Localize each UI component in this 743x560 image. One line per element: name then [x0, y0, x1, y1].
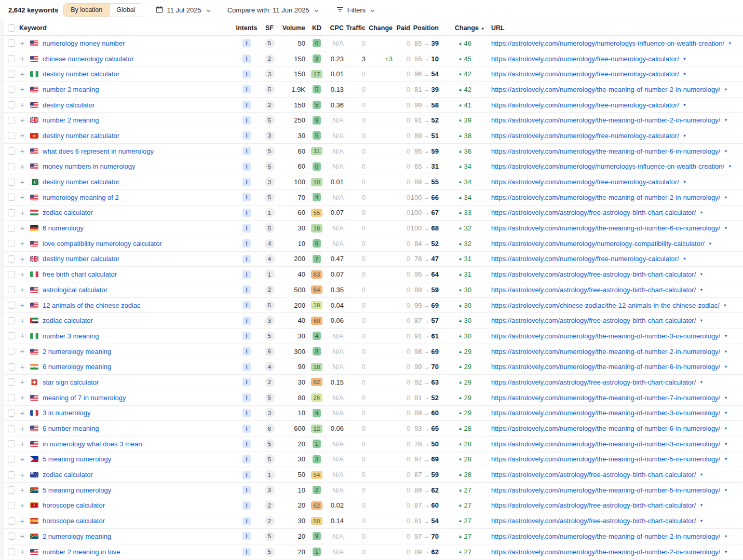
column-header-keyword[interactable]: Keyword — [16, 24, 235, 32]
intent-badge[interactable]: I — [242, 409, 251, 417]
keyword-link[interactable]: 5 meaning numerology — [43, 455, 235, 463]
row-checkbox[interactable] — [8, 286, 15, 293]
url-dropdown-icon[interactable]: ▼ — [708, 241, 712, 246]
keyword-link[interactable]: 6 numerology meaning — [43, 363, 235, 371]
keyword-link[interactable]: 6 number meaning — [43, 425, 235, 432]
add-icon[interactable]: + — [16, 317, 29, 324]
url-link[interactable]: https://astrolovely.com/astrology/free-a… — [491, 471, 696, 479]
url-link[interactable]: https://astrolovely.com/numerology/the-m… — [491, 425, 720, 432]
row-checkbox[interactable] — [8, 317, 15, 324]
intent-badge[interactable]: I — [242, 85, 251, 93]
keyword-link[interactable]: free birth chart calculator — [43, 270, 235, 278]
intent-badge[interactable]: I — [242, 517, 251, 525]
url-dropdown-icon[interactable]: ▼ — [724, 149, 727, 154]
intent-badge[interactable]: I — [242, 363, 251, 371]
url-dropdown-icon[interactable]: ▼ — [724, 195, 727, 200]
url-link[interactable]: https://astrolovely.com/numerology/the-m… — [491, 363, 720, 371]
add-icon[interactable]: + — [16, 39, 29, 47]
add-icon[interactable]: + — [16, 286, 29, 293]
add-icon[interactable]: + — [16, 209, 29, 216]
url-dropdown-icon[interactable]: ▼ — [699, 288, 703, 292]
row-checkbox[interactable] — [8, 225, 15, 232]
intent-badge[interactable]: I — [242, 440, 251, 448]
intent-badge[interactable]: I — [242, 393, 251, 402]
url-link[interactable]: https://astrolovely.com/numerology/free-… — [491, 70, 679, 78]
url-link[interactable]: https://astrolovely.com/numerology/the-m… — [491, 455, 720, 463]
url-dropdown-icon[interactable]: ▼ — [724, 334, 727, 338]
column-header-kd[interactable]: KD — [305, 24, 328, 32]
row-checkbox[interactable] — [8, 39, 15, 47]
keyword-link[interactable]: numerology money number — [43, 39, 235, 47]
url-link[interactable]: https://astrolovely.com/numerology/numer… — [491, 39, 724, 47]
keyword-link[interactable]: number 2 meaning in love — [43, 548, 235, 556]
url-link[interactable]: https://astrolovely.com/numerology/the-m… — [491, 332, 720, 340]
url-link[interactable]: https://astrolovely.com/numerology/the-m… — [491, 348, 720, 356]
row-checkbox[interactable] — [8, 71, 15, 78]
keyword-link[interactable]: 2 numerology meaning — [43, 532, 235, 540]
intent-badge[interactable]: I — [242, 209, 251, 217]
column-header-change[interactable]: Change — [366, 24, 393, 32]
url-dropdown-icon[interactable]: ▼ — [683, 72, 686, 76]
column-header-sf[interactable]: SF — [259, 24, 280, 32]
url-link[interactable]: https://astrolovely.com/numerology/free-… — [491, 101, 679, 109]
column-header-intents[interactable]: Intents — [235, 24, 259, 32]
row-checkbox[interactable] — [8, 271, 15, 278]
row-checkbox[interactable] — [8, 55, 15, 62]
url-link[interactable]: https://astrolovely.com/numerology/free-… — [491, 255, 679, 263]
row-checkbox[interactable] — [8, 409, 15, 417]
url-link[interactable]: https://astrolovely.com/astrology/free-a… — [491, 209, 696, 216]
keyword-link[interactable]: destiny number calculator — [43, 132, 235, 140]
keyword-link[interactable]: what does 6 represent in numerology — [43, 147, 235, 155]
intent-badge[interactable]: I — [242, 178, 251, 186]
add-icon[interactable]: + — [16, 101, 29, 108]
url-link[interactable]: https://astrolovely.com/astrology/free-a… — [491, 270, 696, 278]
row-checkbox[interactable] — [8, 502, 15, 509]
column-header-url[interactable]: URL — [484, 24, 743, 32]
select-all-checkbox[interactable] — [8, 24, 15, 32]
url-dropdown-icon[interactable]: ▼ — [724, 349, 727, 354]
row-checkbox[interactable] — [8, 486, 15, 494]
row-checkbox[interactable] — [8, 255, 15, 263]
url-link[interactable]: https://astrolovely.com/chinese-zodiac/t… — [491, 302, 720, 309]
column-header-cpc[interactable]: CPC — [328, 24, 344, 32]
url-link[interactable]: https://astrolovely.com/astrology/free-a… — [491, 517, 696, 525]
keyword-link[interactable]: chinese numerology calculator — [43, 55, 235, 63]
intent-badge[interactable]: I — [242, 54, 251, 63]
keyword-link[interactable]: destiny number calculator — [43, 255, 235, 263]
add-icon[interactable]: + — [16, 471, 29, 479]
url-dropdown-icon[interactable]: ▼ — [699, 503, 703, 508]
intent-badge[interactable]: I — [242, 471, 251, 479]
intent-badge[interactable]: I — [242, 425, 251, 433]
url-link[interactable]: https://astrolovely.com/numerology/free-… — [491, 55, 679, 63]
url-dropdown-icon[interactable]: ▼ — [724, 550, 727, 554]
url-link[interactable]: https://astrolovely.com/astrology/free-a… — [491, 317, 696, 324]
add-icon[interactable]: + — [16, 456, 29, 463]
intent-badge[interactable]: I — [242, 70, 251, 78]
intent-badge[interactable]: I — [242, 255, 251, 263]
row-checkbox[interactable] — [8, 86, 15, 93]
row-checkbox[interactable] — [8, 348, 15, 355]
url-link[interactable]: https://astrolovely.com/numerology/the-m… — [491, 548, 720, 556]
url-dropdown-icon[interactable]: ▼ — [683, 180, 686, 184]
add-icon[interactable]: + — [16, 332, 29, 339]
url-dropdown-icon[interactable]: ▼ — [683, 103, 686, 107]
row-checkbox[interactable] — [8, 332, 15, 339]
url-dropdown-icon[interactable]: ▼ — [699, 472, 703, 477]
keyword-link[interactable]: zodiac calculator — [43, 471, 235, 479]
url-dropdown-icon[interactable]: ▼ — [699, 272, 703, 277]
intent-badge[interactable]: I — [242, 301, 251, 309]
row-checkbox[interactable] — [8, 471, 15, 479]
url-link[interactable]: https://astrolovely.com/numerology/free-… — [491, 178, 679, 186]
keyword-link[interactable]: zodiac calculator — [43, 209, 235, 216]
url-dropdown-icon[interactable]: ▼ — [683, 133, 686, 138]
add-icon[interactable]: + — [16, 117, 29, 124]
intent-badge[interactable]: I — [242, 501, 251, 510]
keyword-link[interactable]: star sign calculator — [43, 378, 235, 386]
row-checkbox[interactable] — [8, 532, 15, 540]
intent-badge[interactable]: I — [242, 378, 251, 386]
url-dropdown-icon[interactable]: ▼ — [728, 164, 732, 169]
add-icon[interactable]: + — [16, 71, 29, 78]
url-dropdown-icon[interactable]: ▼ — [683, 57, 686, 61]
add-icon[interactable]: + — [16, 240, 29, 247]
column-header-traffic[interactable]: Traffic — [344, 24, 366, 32]
